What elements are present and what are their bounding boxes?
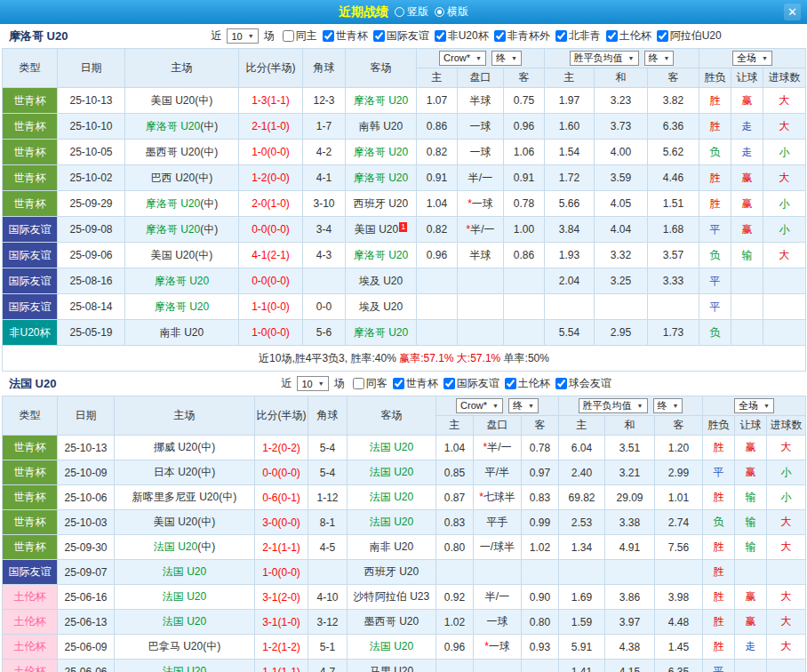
cell-goals — [763, 294, 806, 320]
table-row: 土伦杯25-06-16法国 U203-1(2-0)4-10沙特阿拉伯 U230.… — [3, 585, 806, 610]
cell-match-type: 世青杯 — [3, 140, 58, 165]
cell-match-type: 国际友谊 — [3, 243, 58, 268]
filter-checkbox[interactable] — [606, 30, 618, 42]
cell-goals: 大 — [763, 114, 806, 140]
avg-odds-select[interactable]: 胜平负均值▼ — [570, 51, 639, 66]
filter-checkbox[interactable] — [373, 30, 385, 42]
star-marker: * — [483, 441, 487, 453]
fulltime-scope-select[interactable]: 全场▼ — [734, 398, 774, 413]
sub-column-header: 胜负 — [699, 68, 731, 88]
avg-odds-select[interactable]: 胜平负均值▼ — [579, 398, 648, 413]
cell-score: 2-1(1-0) — [239, 114, 303, 140]
odds-company-select-value: Crow* — [460, 400, 487, 411]
odds-final-select[interactable]: 终▼ — [491, 51, 522, 66]
cell-avg-away: 4.48 — [655, 610, 703, 635]
cell-avg-away: 3.82 — [648, 88, 699, 114]
team-name: 挪威 U20 — [154, 441, 197, 453]
filter-option[interactable]: 国际友谊 — [372, 28, 429, 44]
cell-odds-away: 0.75 — [504, 88, 545, 114]
cell-avg-home — [545, 294, 595, 320]
cell-score: 1-2(0-2) — [255, 436, 308, 460]
layout-option-vertical[interactable]: 竖版 — [395, 4, 428, 20]
team-name: 美国 U20 — [151, 249, 195, 261]
filter-checkbox[interactable] — [657, 30, 668, 42]
summary-segment: 赢率:57.1% — [399, 352, 457, 364]
team-name: 法国 U20 — [370, 441, 413, 453]
cell-score: 1-1(0-0) — [239, 294, 303, 320]
filter-checkbox[interactable] — [323, 30, 334, 42]
cell-away-team: 西班牙 U20 — [346, 191, 417, 217]
filter-checkbox[interactable] — [353, 378, 364, 389]
filter-checkbox[interactable] — [555, 378, 567, 389]
layout-option-vertical-label: 竖版 — [407, 4, 428, 20]
filter-checkbox[interactable] — [443, 378, 455, 389]
cell-away-team: 美国 U201 — [346, 217, 417, 243]
filter-label: 世青杯 — [406, 376, 438, 391]
filter-checkbox[interactable] — [505, 378, 516, 389]
avg-final-select[interactable]: 终▼ — [653, 398, 683, 413]
cell-handicap-result: 赢 — [731, 88, 763, 114]
filter-option[interactable]: 土伦杯 — [503, 376, 550, 391]
cell-avg-home: 5.91 — [559, 635, 605, 660]
filter-option[interactable]: 世青杯 — [321, 28, 368, 44]
table-row: 土伦杯25-06-13法国 U203-1(1-0)3-12墨西哥 U201.02… — [3, 610, 806, 635]
team-name: 西班牙 U20 — [364, 565, 419, 578]
cell-score: 3-0(0-0) — [255, 510, 308, 535]
cell-score: 1-2(0-0) — [239, 165, 303, 191]
cell-date: 25-06-13 — [58, 610, 115, 635]
odds-final-select[interactable]: 终▼ — [508, 398, 539, 413]
column-header: 角球 — [303, 49, 346, 88]
cell-avg-draw — [605, 560, 655, 585]
cell-corners: 5-4 — [308, 436, 348, 460]
cell-handicap-result: 赢 — [735, 585, 767, 610]
filter-checkbox[interactable] — [435, 30, 446, 42]
filter-checkbox[interactable] — [494, 30, 506, 42]
cell-odds-home: 1.04 — [417, 191, 458, 217]
star-marker: * — [484, 640, 489, 652]
cell-goals — [763, 320, 806, 346]
section-france-u20: 法国 U20近10▼场同客世青杯国际友谊土伦杯球会友谊类型日期主场比分(半场)角… — [0, 372, 807, 672]
filter-checkbox[interactable] — [393, 378, 404, 389]
team-name: 摩洛哥 U20 — [354, 146, 408, 158]
team-name: 摩洛哥 U20 — [155, 275, 209, 287]
filter-option[interactable]: 国际友谊 — [442, 376, 499, 391]
cell-odds-away: 1.06 — [504, 140, 545, 165]
sub-column-header: 客 — [522, 416, 559, 436]
cell-score: 4-1(2-1) — [239, 243, 303, 268]
avg-final-select[interactable]: 终▼ — [644, 51, 675, 66]
cell-avg-away: 1.73 — [648, 320, 699, 346]
sub-column-header: 盘口 — [474, 416, 522, 436]
close-icon[interactable]: ✕ — [784, 4, 801, 20]
filter-option[interactable]: 非青杯外 — [492, 28, 550, 44]
filter-option[interactable]: 非U20杯 — [433, 28, 489, 44]
cell-away-team: 南非 U20 — [348, 535, 436, 560]
layout-option-horizontal[interactable]: 横版 — [435, 4, 468, 20]
cell-result: 胜 — [703, 585, 735, 610]
team-name: 日本 U20 — [154, 466, 197, 478]
recent-count-select[interactable]: 10▼ — [297, 376, 328, 391]
cell-odds-away: 0.86 — [504, 243, 545, 268]
sub-column-header: 客 — [655, 416, 703, 436]
filter-option[interactable]: 同客 — [351, 376, 388, 391]
recent-count-select[interactable]: 10▼ — [227, 28, 258, 44]
sub-column-header: 主 — [436, 416, 474, 436]
cell-odds-home: 0.82 — [417, 217, 458, 243]
cell-result: 胜 — [699, 191, 731, 217]
sub-column-header: 胜负 — [703, 416, 735, 436]
odds-company-select[interactable]: Crow*▼ — [456, 398, 503, 413]
chevron-down-icon: ▼ — [673, 403, 679, 409]
filter-checkbox[interactable] — [283, 30, 294, 42]
filter-option[interactable]: 土伦杯 — [604, 28, 651, 44]
page-title: 近期战绩 — [339, 4, 388, 20]
filter-checkbox[interactable] — [555, 30, 567, 42]
filter-option[interactable]: 阿拉伯U20 — [655, 28, 722, 44]
team-name: 摩洛哥 U20 — [354, 94, 408, 107]
cell-handicap-result: 走 — [731, 140, 763, 165]
filter-option[interactable]: 北非青 — [554, 28, 601, 44]
odds-company-select[interactable]: Crow*▼ — [439, 51, 486, 66]
cell-goals: 小 — [763, 140, 806, 165]
filter-option[interactable]: 世青杯 — [391, 376, 438, 391]
filter-option[interactable]: 同主 — [281, 28, 317, 44]
filter-option[interactable]: 球会友谊 — [554, 376, 611, 391]
fulltime-scope-select[interactable]: 全场▼ — [732, 51, 772, 66]
